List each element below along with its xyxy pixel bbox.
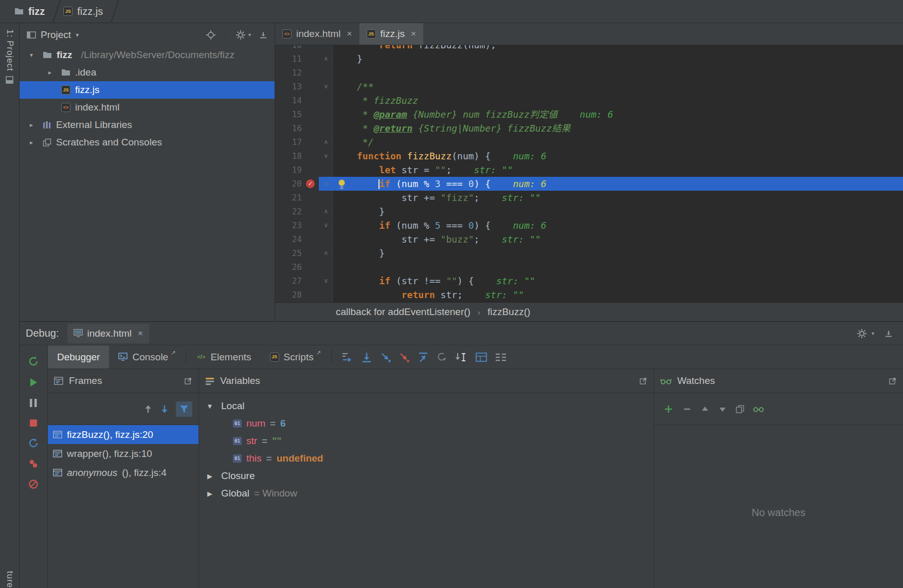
fold-marker[interactable]: ∧ [319, 246, 333, 260]
code-line-20[interactable]: 20✓∨ if (num % 3 === 0) { num: 6 [275, 177, 903, 191]
frame-item[interactable]: anonymous(), fizz.js:4 [48, 463, 198, 482]
code-text[interactable]: * @return {String|Number} fizzBuzz結果 [333, 121, 903, 135]
step-into-icon[interactable] [380, 352, 391, 363]
run-to-cursor-icon[interactable] [454, 352, 468, 363]
gutter-breakpoint-area[interactable] [302, 274, 319, 288]
code-line-19[interactable]: 19 let str = ""; str: "" [275, 163, 903, 177]
stop-icon[interactable] [28, 418, 39, 428]
tool-button-project[interactable]: 1: Project [5, 29, 15, 84]
project-tree-item-.idea[interactable]: ▸.idea [20, 64, 275, 81]
editor-tab-fizz.js[interactable]: JSfizz.js× [359, 23, 423, 45]
close-icon[interactable]: × [411, 29, 416, 39]
force-step-into-icon[interactable] [399, 352, 410, 363]
tree-expand-icon[interactable]: ▸ [25, 139, 38, 146]
code-text[interactable]: if (num % 3 === 0) { num: 6 [333, 177, 903, 191]
variable-num[interactable]: 01num=6 [199, 415, 654, 432]
code-text[interactable]: */ [333, 135, 903, 149]
add-watch-icon[interactable] [663, 404, 674, 414]
chevron-down-icon[interactable]: ▾ [76, 31, 79, 39]
evaluate-expression-icon[interactable] [475, 352, 487, 362]
move-up-icon[interactable] [700, 405, 710, 414]
code-line-21[interactable]: 21 str += "fizz"; str: "" [275, 191, 903, 205]
gutter-breakpoint-area[interactable] [302, 66, 319, 80]
variables-group-Closure[interactable]: ▶Closure [199, 467, 654, 485]
editor-tab-index.html[interactable]: <>index.html× [275, 23, 359, 45]
fold-marker[interactable]: ∧ [319, 205, 333, 218]
drop-frame-icon[interactable] [436, 352, 447, 363]
tree-expand-icon[interactable]: ▸ [25, 121, 38, 128]
code-line-10[interactable]: 10 return fizzBuzz(num); [275, 45, 903, 52]
move-down-icon[interactable] [718, 405, 727, 414]
code-line-25[interactable]: 25∧ } [275, 246, 903, 260]
code-line-17[interactable]: 17∧ */ [275, 135, 903, 149]
gutter-breakpoint-area[interactable] [302, 80, 319, 94]
debug-tab-Scripts[interactable]: JSScripts↗ [261, 345, 330, 369]
gutter-breakpoint-area[interactable] [302, 121, 319, 135]
code-line-26[interactable]: 26 [275, 260, 903, 274]
tree-expand-icon[interactable]: ▾ [25, 51, 38, 59]
code-text[interactable]: if (str !== "") { str: "" [333, 274, 903, 288]
gutter-breakpoint-area[interactable] [302, 246, 319, 260]
hide-icon[interactable] [259, 31, 267, 39]
rerun-icon[interactable] [27, 355, 40, 368]
step-over-icon[interactable] [360, 352, 373, 363]
breadcrumb-item[interactable]: fizzBuzz() [487, 306, 530, 318]
gutter-breakpoint-area[interactable] [302, 149, 319, 163]
show-execution-point-icon[interactable] [341, 352, 353, 363]
gutter-breakpoint-area[interactable] [302, 94, 319, 107]
code-text[interactable]: * fizzBuzz [333, 94, 903, 107]
remove-watch-icon[interactable] [682, 404, 692, 414]
gutter-breakpoint-area[interactable]: ✓ [302, 177, 319, 191]
code-line-13[interactable]: 13∨/** [275, 80, 903, 94]
code-text[interactable]: } [333, 205, 903, 218]
float-icon[interactable] [639, 377, 647, 385]
title-crumb-fizz[interactable]: fizz [8, 0, 51, 23]
breakpoints-icon[interactable] [28, 458, 39, 469]
code-text[interactable]: str += "buzz"; str: "" [333, 232, 903, 246]
close-icon[interactable]: × [138, 328, 143, 339]
debug-tab-Debugger[interactable]: Debugger [48, 345, 109, 369]
tree-expand-icon[interactable]: ▶ [203, 490, 216, 498]
fold-marker[interactable]: ∨ [319, 149, 333, 163]
code-text[interactable]: function fizzBuzz(num) { num: 6 [333, 149, 903, 163]
frame-down-icon[interactable] [159, 404, 170, 414]
code-line-12[interactable]: 12 [275, 66, 903, 80]
gutter-breakpoint-area[interactable] [302, 218, 319, 232]
refresh-icon[interactable] [28, 437, 39, 449]
project-tree-item-fizz.js[interactable]: JSfizz.js [20, 81, 275, 99]
gutter-breakpoint-area[interactable] [302, 260, 319, 274]
gutter-breakpoint-area[interactable] [302, 232, 319, 246]
gutter-breakpoint-area[interactable] [302, 163, 319, 177]
code-text[interactable]: let str = ""; str: "" [333, 163, 903, 177]
close-icon[interactable]: × [347, 29, 352, 39]
hide-icon[interactable] [884, 329, 893, 338]
show-watches-icon[interactable] [753, 405, 764, 413]
code-line-16[interactable]: 16 * @return {String|Number} fizzBuzz結果 [275, 121, 903, 135]
project-tree-item-fizz[interactable]: ▾fizz/Library/WebServer/Documents/fizz [20, 46, 275, 64]
gutter-breakpoint-area[interactable] [302, 52, 319, 66]
breadcrumb-item[interactable]: callback for addEventListener() [336, 306, 471, 318]
code-text[interactable]: * @param {Number} num fizzBuzz判定値 num: 6 [333, 107, 903, 121]
breakpoint-icon[interactable]: ✓ [306, 179, 315, 188]
code-line-14[interactable]: 14 * fizzBuzz [275, 94, 903, 107]
code-line-23[interactable]: 23∨ if (num % 5 === 0) { num: 6 [275, 218, 903, 232]
code-line-18[interactable]: 18∨function fizzBuzz(num) { num: 6 [275, 149, 903, 163]
debug-tab-Console[interactable]: Console↗ [109, 345, 185, 369]
project-tree-item-index.html[interactable]: <>index.html [20, 99, 275, 116]
fold-marker[interactable]: ∨ [319, 218, 333, 232]
code-line-28[interactable]: 28 return str; str: "" [275, 288, 903, 302]
fold-marker[interactable]: ∧ [319, 52, 333, 66]
code-line-24[interactable]: 24 str += "buzz"; str: "" [275, 232, 903, 246]
gear-icon[interactable] [856, 328, 868, 339]
code-text[interactable]: return fizzBuzz(num); [333, 45, 903, 52]
code-editor[interactable]: 10 return fizzBuzz(num);11∧}1213∨/**14 *… [275, 45, 903, 302]
variable-this[interactable]: 01this=undefined [199, 450, 654, 467]
gutter-breakpoint-area[interactable] [302, 107, 319, 121]
debug-session-tab[interactable]: index.html× [67, 324, 150, 343]
project-tree-item-Scratches and Consoles[interactable]: ▸Scratches and Consoles [20, 134, 275, 151]
code-text[interactable]: } [333, 52, 903, 66]
fold-marker[interactable]: ∨ [319, 177, 333, 191]
fold-marker[interactable]: ∨ [319, 274, 333, 288]
code-text[interactable]: /** [333, 80, 903, 94]
code-line-27[interactable]: 27∨ if (str !== "") { str: "" [275, 274, 903, 288]
